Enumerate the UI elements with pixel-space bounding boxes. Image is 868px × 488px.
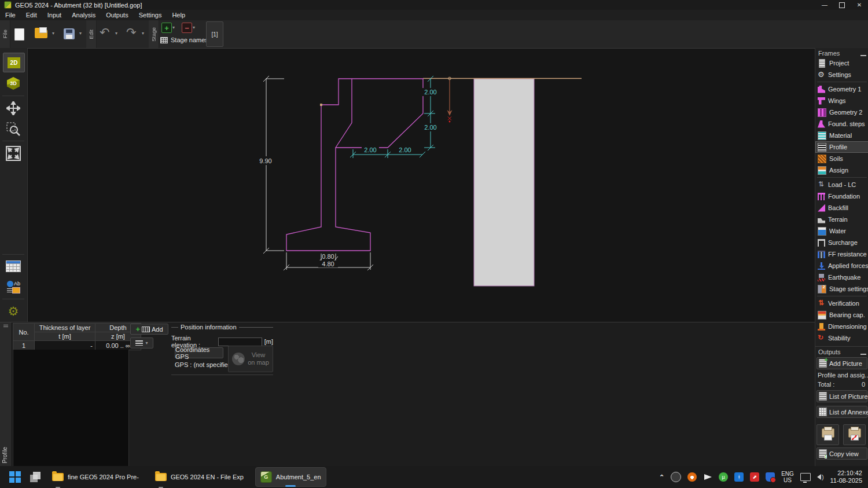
frame-item-stability[interactable]: Stability <box>815 332 868 344</box>
taskbar-app-active[interactable]: G Abutment_5_en <box>255 467 326 487</box>
table-view-icon[interactable] <box>3 257 24 276</box>
obs-icon[interactable] <box>671 472 681 482</box>
active-indicator <box>285 485 296 487</box>
undo-caret[interactable]: ▾ <box>115 31 117 36</box>
menu-settings[interactable]: Settings <box>134 10 167 20</box>
close-icon[interactable]: ✕ <box>851 0 868 10</box>
save-caret[interactable]: ▾ <box>79 31 82 36</box>
frame-item-applied-forces[interactable]: Applied forces <box>815 260 868 271</box>
language-indicator[interactable]: ENGUS <box>781 471 794 483</box>
frame-item-assign[interactable]: Assign <box>815 164 868 176</box>
frame-item-surcharge[interactable]: Surcharge <box>815 237 868 248</box>
terrain-elevation-input[interactable] <box>218 337 262 346</box>
dim-upper-right-2: 2.00 <box>424 124 436 131</box>
list-of-annexes-button[interactable]: List of Annexes <box>816 406 867 418</box>
add-stage-icon[interactable]: + <box>161 23 172 33</box>
print-button[interactable] <box>816 424 839 445</box>
save-icon[interactable] <box>64 28 75 39</box>
outputs-minimize-icon[interactable] <box>860 349 866 355</box>
frame-item-verification[interactable]: Verification <box>815 298 868 309</box>
view-3d-button[interactable]: 3D <box>3 74 24 93</box>
remove-stage-caret[interactable]: ▾ <box>193 25 195 30</box>
taskbar-app-2[interactable]: GEO5 2024 EN - File Exp <box>150 468 248 486</box>
frame-item-material[interactable]: Material <box>815 130 868 141</box>
security-shield-icon[interactable] <box>766 472 775 482</box>
frame-item-soils[interactable]: Soils <box>815 153 868 164</box>
bottom-panel-tab-strip[interactable]: Profile <box>0 322 12 467</box>
abutment-drawing: 9.90 2.00 2.00 2.00 2.00 0.80 4.80 <box>27 48 815 322</box>
utorrent-icon[interactable]: µ <box>719 472 728 482</box>
frame-item-earthquake[interactable]: Earthquake <box>815 271 868 283</box>
bottom-panel-tab-label: Profile <box>2 447 8 463</box>
add-stage-caret[interactable]: ▾ <box>172 25 175 30</box>
menu-help[interactable]: Help <box>167 10 190 20</box>
legend-icon[interactable]: Ab <box>3 278 24 296</box>
dim-footing-width: 4.80 <box>322 260 334 267</box>
list-of-pictures-icon <box>819 392 827 401</box>
frame-item-load-lc[interactable]: Load - LC <box>815 179 868 190</box>
network-icon[interactable] <box>800 473 811 481</box>
frame-item-stage-settings[interactable]: Stage settings <box>815 283 868 295</box>
view-2d-button[interactable]: 2D <box>3 53 25 72</box>
menu-input[interactable]: Input <box>42 10 67 20</box>
minimize-icon[interactable]: — <box>816 0 833 10</box>
clock[interactable]: 22:10:4211-08-2025 <box>830 469 862 485</box>
redo-icon[interactable]: ↷ <box>126 27 137 38</box>
frames-minimize-icon[interactable] <box>860 50 866 56</box>
bearing-cap-icon <box>818 311 826 320</box>
anydesk-icon[interactable]: ⬈ <box>750 472 759 482</box>
menu-analysis[interactable]: Analysis <box>67 10 101 20</box>
frame-item-geometry2[interactable]: Geometry 2 <box>815 107 868 118</box>
frame-item-geometry1[interactable]: Geometry 1 <box>815 83 868 95</box>
table-row[interactable]: 1 - 0.00 .. ∞ <box>13 341 141 350</box>
menu-file[interactable]: File <box>0 10 21 20</box>
open-file-icon[interactable] <box>35 30 47 38</box>
view-toolbar: 2D 3D Ab ⚙ <box>0 48 28 322</box>
menu-edit[interactable]: Edit <box>21 10 42 20</box>
telegram-icon[interactable] <box>703 472 712 482</box>
frame-item-terrain[interactable]: Terrain <box>815 214 868 225</box>
redo-caret[interactable]: ▾ <box>142 31 144 36</box>
start-button[interactable] <box>5 468 25 486</box>
frame-item-bearing-cap[interactable]: Bearing cap. <box>815 309 868 321</box>
new-file-icon[interactable] <box>14 28 24 41</box>
frame-item-ff-resistance[interactable]: FF resistance <box>815 248 868 260</box>
fit-view-icon[interactable] <box>3 144 24 163</box>
frame-item-backfill[interactable]: Backfill <box>815 202 868 214</box>
frame-item-settings[interactable]: Settings <box>815 69 868 80</box>
task-view-button[interactable] <box>25 468 45 486</box>
flame-icon[interactable] <box>687 472 697 482</box>
tray-expand-icon[interactable]: ⌃ <box>659 474 664 481</box>
panel-handle-icon <box>3 325 8 327</box>
view-on-map-button[interactable]: View on map <box>228 346 273 372</box>
maximize-icon[interactable] <box>833 0 851 10</box>
add-picture-button[interactable]: Add Picture <box>816 357 867 369</box>
taskbar-app-1[interactable]: fine GEO5 2024 Pro Pre- <box>47 468 144 486</box>
settings-gear-icon[interactable]: ⚙ <box>3 302 24 320</box>
frame-item-water[interactable]: Water <box>815 225 868 237</box>
print-selection-button[interactable] <box>843 424 866 445</box>
frame-item-foundation[interactable]: Foundation <box>815 190 868 202</box>
coordinates-gps-button[interactable]: Coordinates GPS <box>175 347 223 358</box>
list-of-pictures-button[interactable]: List of Pictures <box>816 390 867 402</box>
geometry1-icon <box>818 86 825 93</box>
add-layer-button[interactable]: + Add <box>130 324 168 335</box>
pan-icon[interactable] <box>3 99 24 118</box>
stage-names-button[interactable]: Stage names <box>160 36 208 43</box>
bluetooth-icon[interactable]: ᚼ <box>734 472 744 482</box>
position-information-group: Position information Terrain elevation :… <box>171 324 273 375</box>
frame-item-dimensioning[interactable]: Dimensioning <box>815 321 868 332</box>
frame-item-project[interactable]: Project <box>815 57 868 69</box>
table-options-button[interactable]: ▾ <box>130 337 153 348</box>
undo-icon[interactable]: ↶ <box>100 27 110 38</box>
remove-stage-icon[interactable]: − <box>182 23 192 33</box>
zoom-window-icon[interactable] <box>3 120 24 138</box>
speaker-icon[interactable]: ) <box>817 474 824 480</box>
frame-item-profile[interactable]: Profile <box>815 141 868 153</box>
open-file-caret[interactable]: ▾ <box>52 31 54 36</box>
menu-outputs[interactable]: Outputs <box>101 10 134 20</box>
copy-view-button[interactable]: Copy view <box>816 447 867 460</box>
stage-tab-1[interactable]: [1] <box>206 21 223 47</box>
frame-item-wings[interactable]: Wings <box>815 95 868 107</box>
frame-item-found-steps[interactable]: Found. steps <box>815 118 868 130</box>
